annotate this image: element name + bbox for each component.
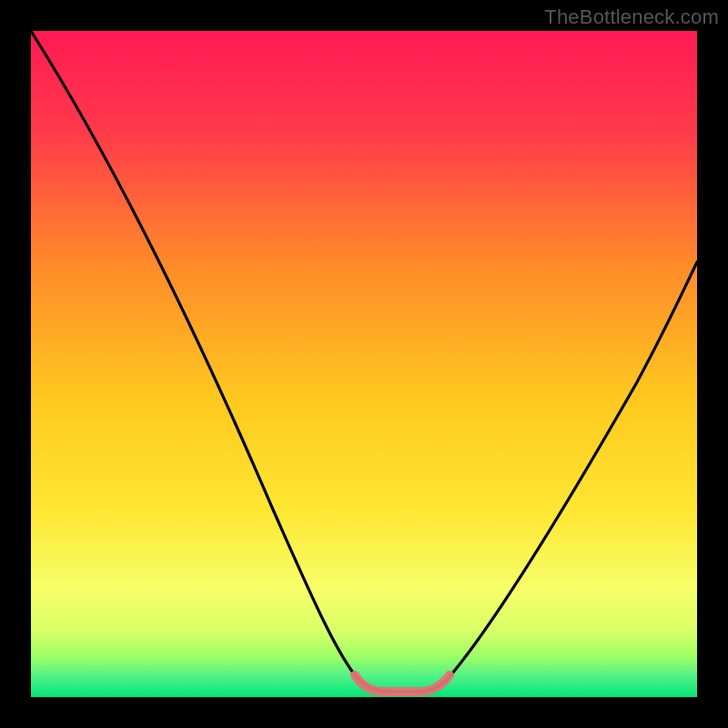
bottleneck-chart xyxy=(0,0,728,728)
watermark-text: TheBottleneck.com xyxy=(544,5,719,29)
chart-plot-area xyxy=(31,31,697,697)
chart-stage: TheBottleneck.com xyxy=(0,0,728,728)
